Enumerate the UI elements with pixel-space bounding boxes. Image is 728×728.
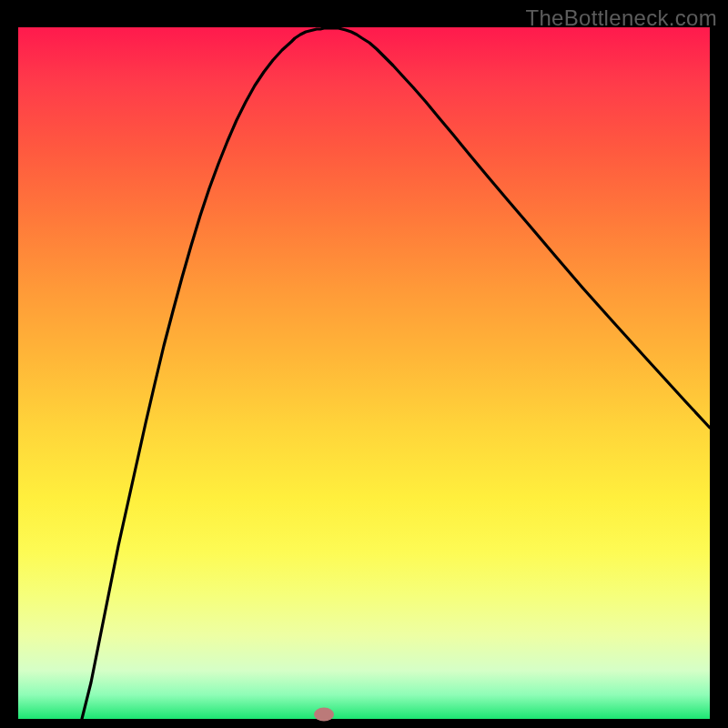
bottleneck-curve (18, 27, 710, 719)
watermark-text: TheBottleneck.com (525, 5, 717, 31)
gradient-plot-area (18, 27, 710, 719)
optimum-marker (314, 708, 334, 722)
image-frame: TheBottleneck.com (0, 0, 728, 728)
